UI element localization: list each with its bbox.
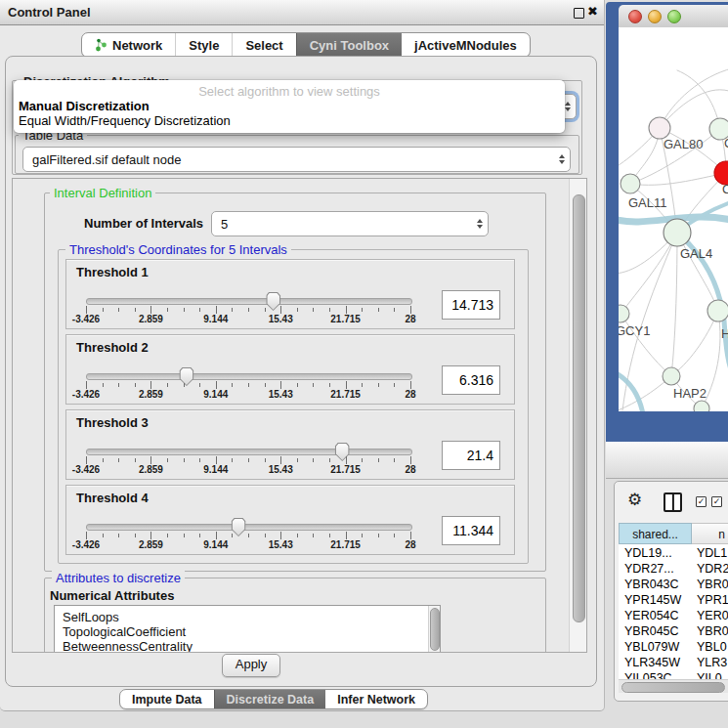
list-scrollbar-thumb[interactable] xyxy=(430,608,440,651)
tick-mark xyxy=(86,456,87,464)
tick-mark xyxy=(150,532,151,539)
tab-impute-data[interactable]: Impute Data xyxy=(120,690,214,708)
tick-mark xyxy=(232,383,233,387)
threshold-3-slider[interactable]: -3.4262.8599.14415.4321.71528 xyxy=(86,443,410,478)
table-row[interactable]: YER054CYER0 xyxy=(619,608,728,623)
control-panel: Control Panel ✖ Network Style Select Cyn… xyxy=(0,0,605,711)
slider-track[interactable] xyxy=(86,524,412,531)
number-of-intervals-combobox[interactable]: 5 xyxy=(211,211,489,236)
tick-label: 21.715 xyxy=(330,389,361,400)
apply-button[interactable]: Apply xyxy=(222,654,280,677)
tab-label: Network xyxy=(112,38,162,53)
table-data-combobox[interactable]: galFiltered.sif default node xyxy=(22,147,571,172)
node-label: GAL80 xyxy=(664,137,703,151)
node-gal80[interactable] xyxy=(649,117,670,139)
screenshot-root: { "window": { "title": "Control Panel" }… xyxy=(0,0,728,728)
table-row[interactable]: YBR045CYBR0 xyxy=(619,623,728,639)
tick-mark xyxy=(216,456,217,464)
float-window-icon[interactable] xyxy=(574,8,584,19)
slider-track[interactable] xyxy=(86,298,412,305)
tick-mark xyxy=(248,534,249,537)
threshold-3-value-field[interactable]: 21.4 xyxy=(442,441,500,470)
tab-infer-network[interactable]: Infer Network xyxy=(325,690,427,708)
algorithm-prompt: Select algorithm to view settings xyxy=(14,84,565,99)
network-view-canvas[interactable]: GAL80 G C GAL11 GAL4 GCY1 H HAP2 xyxy=(619,27,728,411)
list-item[interactable]: SelfLoops xyxy=(63,610,119,624)
zoom-traffic-icon[interactable] xyxy=(667,10,681,23)
table-horizontal-scrollbar[interactable] xyxy=(619,679,728,693)
checkbox-icon[interactable]: ✓ xyxy=(711,496,722,507)
split-columns-icon[interactable] xyxy=(664,492,682,512)
node-unlabeled[interactable] xyxy=(694,401,709,411)
tick-mark xyxy=(362,308,363,312)
threshold-4-slider[interactable]: -3.4262.8599.14415.4321.71528 xyxy=(86,518,410,553)
list-item[interactable]: TopologicalCoefficient xyxy=(63,624,186,639)
tab-select[interactable]: Select xyxy=(232,33,295,57)
popup-item-manual-discretization[interactable]: Manual Discretization xyxy=(17,100,562,113)
cell: YER054C xyxy=(624,608,679,623)
checkbox-icon[interactable]: ✓ xyxy=(696,496,707,507)
number-of-intervals-label: Number of Intervals xyxy=(84,216,203,231)
node-h[interactable] xyxy=(707,300,728,321)
tick-label: -3.426 xyxy=(72,464,100,475)
threshold-2-value-field[interactable]: 6.316 xyxy=(442,365,500,395)
tab-jactivemnodules[interactable]: jActiveMNodules xyxy=(402,33,530,57)
tick-label: -3.426 xyxy=(72,389,100,400)
threshold-label: Threshold 2 xyxy=(76,340,149,355)
node-gcy1[interactable] xyxy=(619,305,629,322)
numerical-attributes-list[interactable]: SelfLoops TopologicalCoefficient Between… xyxy=(54,605,441,653)
slider-ticks xyxy=(86,306,410,314)
table-row[interactable]: YBR043CYBR0 xyxy=(619,577,728,592)
cell: YBR043C xyxy=(624,577,679,592)
threshold-1-value-field[interactable]: 14.713 xyxy=(442,290,500,320)
tick-label: 2.859 xyxy=(139,389,163,400)
cell: YER0 xyxy=(697,608,728,623)
tick-label: 2.859 xyxy=(139,539,163,550)
tick-label: 28 xyxy=(405,314,415,324)
minimize-traffic-icon[interactable] xyxy=(648,10,662,23)
list-scrollbar[interactable] xyxy=(428,606,440,653)
table-row[interactable]: YLR345WYLR3 xyxy=(619,655,728,670)
popup-item-equal-width-frequency[interactable]: Equal Width/Frequency Discretization xyxy=(17,114,562,128)
column-header-name[interactable]: n xyxy=(692,523,728,544)
slider-ticks xyxy=(86,532,410,539)
node-hap2[interactable] xyxy=(663,367,680,385)
threshold-4-value-field[interactable]: 11.344 xyxy=(442,516,500,545)
table-row[interactable]: YDR27...YDR2 xyxy=(619,561,728,577)
tick-mark xyxy=(394,534,395,537)
table-row[interactable]: YPR145WYPR1 xyxy=(619,592,728,608)
threshold-2-slider[interactable]: -3.4262.8599.14415.4321.71528 xyxy=(86,367,410,403)
tick-mark xyxy=(118,308,119,312)
tick-mark xyxy=(313,458,314,462)
tab-style[interactable]: Style xyxy=(175,33,232,57)
settings-scrollbar[interactable] xyxy=(569,179,586,652)
cell: YDL19... xyxy=(624,545,672,561)
thresholds-group-label: Threshold's Coordinates for 5 Intervals xyxy=(65,242,291,257)
settings-scrollbar-thumb[interactable] xyxy=(573,194,585,622)
table-row[interactable]: YDL19...YDL1 xyxy=(619,545,728,561)
table-row[interactable]: YIL053CYIL0 xyxy=(619,670,728,679)
node-gal11[interactable] xyxy=(621,174,640,193)
cell: YBR0 xyxy=(697,577,728,592)
tab-discretize-data[interactable]: Discretize Data xyxy=(214,690,326,708)
tab-network[interactable]: Network xyxy=(82,33,175,57)
close-icon[interactable]: ✖ xyxy=(587,4,598,19)
attributes-group-label: Attributes to discretize xyxy=(52,571,185,585)
column-header-shared[interactable]: shared... xyxy=(619,523,692,544)
node-gal4[interactable] xyxy=(664,219,691,246)
node-label: G xyxy=(724,136,728,150)
tab-label: Infer Network xyxy=(337,693,415,707)
list-item[interactable]: BetweennessCentrality xyxy=(63,639,193,653)
slider-track[interactable] xyxy=(86,373,412,380)
gear-icon[interactable]: ⚙ xyxy=(627,490,642,509)
tab-cyni-toolbox[interactable]: Cyni Toolbox xyxy=(296,33,402,57)
tick-mark xyxy=(103,383,104,387)
table-row[interactable]: YBL079WYBL0 xyxy=(619,639,728,655)
close-traffic-icon[interactable] xyxy=(628,10,642,23)
table-scrollbar-thumb[interactable] xyxy=(621,682,725,693)
threshold-1-slider[interactable]: -3.4262.8599.14415.4321.71528 xyxy=(86,292,410,327)
threshold-3-panel: Threshold 3 -3.4262.8599.14415.4321.7152… xyxy=(65,409,515,480)
slider-tick-labels: -3.4262.8599.14415.4321.71528 xyxy=(86,464,410,476)
tick-mark xyxy=(86,306,87,314)
slider-track[interactable] xyxy=(86,449,412,455)
